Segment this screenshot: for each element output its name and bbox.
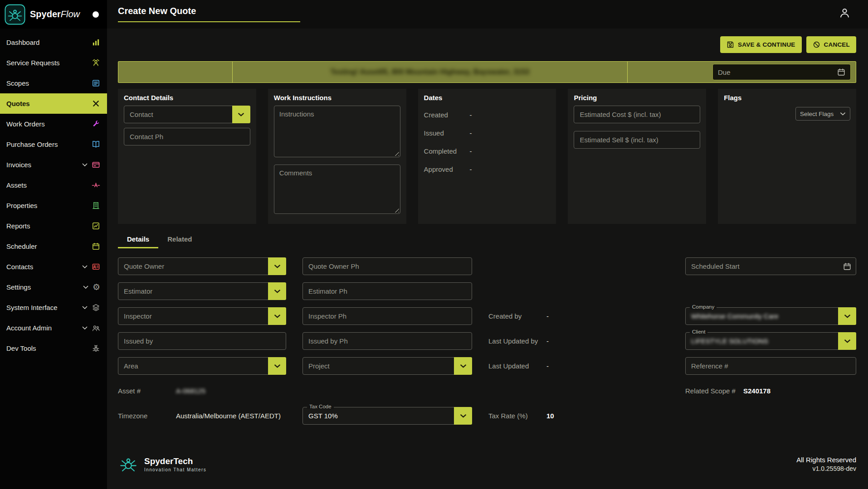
timezone-readout: Timezone Australia/Melbourne (AEST/AEDT): [118, 412, 286, 420]
tab-details[interactable]: Details: [118, 230, 158, 248]
cancel-icon: [813, 41, 820, 48]
sidebar-item-contacts[interactable]: Contacts: [0, 257, 107, 277]
chevron-down-icon: [844, 339, 851, 343]
summary-panels: Contact Details Work Instructions: [118, 89, 856, 224]
sidebar-item-account-admin[interactable]: Account Admin: [0, 318, 107, 338]
sidebar-item-dashboard[interactable]: Dashboard: [0, 32, 107, 53]
crossed-tools-icon: [92, 99, 100, 108]
asset-readout: Asset # A-068125: [118, 387, 286, 395]
project-input[interactable]: [303, 358, 454, 374]
estimated-cost-field[interactable]: [574, 106, 700, 123]
sidebar-item-dev-tools[interactable]: Dev Tools: [0, 338, 107, 358]
sidebar-item-purchase-orders[interactable]: Purchase Orders: [0, 134, 107, 155]
calendar-icon: [843, 262, 851, 271]
sidebar-item-assets[interactable]: Assets: [0, 175, 107, 195]
estimated-cost-input[interactable]: [574, 106, 700, 123]
project-dropdown-button[interactable]: [454, 357, 472, 375]
estimator-input[interactable]: [118, 283, 268, 300]
quote-owner-dropdown-button[interactable]: [268, 257, 286, 275]
issued-by-ph-field[interactable]: [302, 332, 472, 350]
client-select[interactable]: Client LIFESTYLE SOLUTIONS: [685, 332, 856, 350]
chevron-down-icon: [840, 112, 846, 116]
area-dropdown-button[interactable]: [268, 357, 286, 375]
inspector-ph-field[interactable]: [302, 307, 472, 325]
estimated-sell-input[interactable]: [574, 131, 700, 148]
sidebar-item-properties[interactable]: Properties: [0, 195, 107, 216]
issued-by-input[interactable]: [118, 333, 286, 349]
last-updated-by-readout: Last Updated by -: [488, 337, 669, 345]
contact-ph-field[interactable]: [124, 128, 250, 145]
sidebar-item-quotes[interactable]: Quotes: [0, 93, 107, 114]
sidebar-item-reports[interactable]: Reports: [0, 216, 107, 236]
estimator-ph-field[interactable]: [302, 282, 472, 300]
banner-due-cell: Due: [627, 62, 856, 82]
page-footer: SpyderTech Innovation That Matters All R…: [118, 454, 856, 488]
instructions-textarea[interactable]: [274, 106, 400, 157]
tax-code-dropdown-button[interactable]: [454, 407, 472, 425]
reference-input[interactable]: [686, 358, 856, 374]
sidebar-item-work-orders[interactable]: Work Orders: [0, 114, 107, 134]
inspector-input[interactable]: [118, 308, 268, 324]
chevron-down-icon: [83, 286, 88, 289]
quote-owner-ph-input[interactable]: [303, 258, 472, 275]
estimator-ph-input[interactable]: [303, 283, 472, 300]
invoice-card-icon: [92, 160, 100, 169]
pricing-panel: Pricing: [568, 89, 706, 224]
dates-panel: Dates Created - Issued - Completed - App…: [418, 89, 556, 224]
issued-by-ph-input[interactable]: [303, 333, 472, 349]
building-icon: [92, 201, 100, 210]
quote-owner-select[interactable]: [118, 257, 286, 275]
related-scope-readout: Related Scope # S240178: [685, 387, 856, 395]
sidebar-item-system-interface[interactable]: System Interface: [0, 297, 107, 318]
quote-owner-ph-field[interactable]: [302, 257, 472, 275]
app-logo: SpyderFlow: [0, 0, 107, 29]
sidebar-item-invoices[interactable]: Invoices: [0, 155, 107, 175]
company-dropdown-button[interactable]: [838, 307, 856, 325]
quote-owner-input[interactable]: [118, 258, 268, 275]
tax-code-select[interactable]: Tax Code GST 10%: [302, 407, 472, 425]
comments-textarea[interactable]: [274, 165, 400, 214]
sidebar-item-scopes[interactable]: Scopes: [0, 73, 107, 93]
bug-icon: [92, 344, 100, 353]
chevron-down-icon: [460, 364, 467, 368]
page-title-block: Create New Quote: [118, 6, 300, 22]
contact-dropdown-button[interactable]: [232, 106, 250, 123]
due-date-field[interactable]: Due: [712, 64, 851, 80]
estimator-select[interactable]: [118, 282, 286, 300]
client-dropdown-button[interactable]: [838, 332, 856, 350]
action-buttons: SAVE & CONTINUE CANCEL: [118, 36, 856, 53]
save-icon: [727, 41, 734, 48]
created-by-readout: Created by -: [488, 312, 669, 320]
sidebar-item-scheduler[interactable]: Scheduler: [0, 236, 107, 257]
area-input[interactable]: [118, 358, 268, 374]
layers-icon: [92, 303, 100, 312]
contact-input[interactable]: [124, 106, 232, 123]
user-account-icon[interactable]: [839, 7, 851, 19]
details-form: Scheduled Start Created by -: [118, 257, 856, 425]
sidebar: SpyderFlow Dashboard Service Requests Sc…: [0, 0, 107, 489]
area-select[interactable]: [118, 357, 286, 375]
flags-panel: Flags Select Flags: [718, 89, 856, 224]
sidebar-item-settings[interactable]: Settings ⚙: [0, 277, 107, 297]
tab-related[interactable]: Related: [158, 230, 201, 248]
estimated-sell-field[interactable]: [574, 131, 700, 149]
inspector-dropdown-button[interactable]: [268, 307, 286, 325]
select-flags-dropdown[interactable]: Select Flags: [795, 107, 850, 121]
reference-field[interactable]: [685, 357, 856, 375]
inspector-ph-input[interactable]: [303, 308, 472, 324]
person-signal-icon: [92, 58, 100, 67]
company-select[interactable]: Company Whitehorse Community Care: [685, 307, 856, 325]
contact-select[interactable]: [124, 106, 250, 123]
contact-ph-input[interactable]: [124, 128, 250, 145]
banner-address-text: Testing! Asset05, 800 Mountain Highway, …: [331, 68, 530, 76]
sidebar-toggle[interactable]: [93, 11, 99, 18]
estimator-dropdown-button[interactable]: [268, 282, 286, 300]
scheduled-start-field[interactable]: Scheduled Start: [685, 257, 856, 275]
project-select[interactable]: [302, 357, 472, 375]
issued-by-field[interactable]: [118, 332, 286, 350]
save-continue-button[interactable]: SAVE & CONTINUE: [720, 36, 802, 53]
banner-address-cell: Testing! Asset05, 800 Mountain Highway, …: [233, 62, 627, 82]
inspector-select[interactable]: [118, 307, 286, 325]
sidebar-item-service-requests[interactable]: Service Requests: [0, 53, 107, 73]
cancel-button[interactable]: CANCEL: [806, 36, 856, 53]
